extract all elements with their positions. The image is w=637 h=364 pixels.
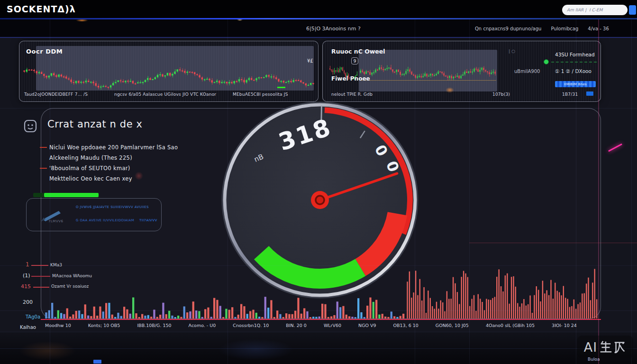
x-axis-label: Moodhw 10 [45, 323, 71, 328]
search-box[interactable] [562, 5, 628, 15]
header-divider [0, 18, 637, 19]
x-axis-label: GON60, 10 J05 [436, 323, 469, 328]
panel-mini-icons: | ○ [509, 49, 515, 54]
x-axis-label: Konts; 10 OB5 [88, 323, 120, 328]
green-marker [277, 87, 285, 88]
sub-panel: 7LMVV6 O JVWV6 JJIAIAVTE SUIIIEIVWVV AVU… [26, 198, 162, 231]
x-axis-label: NGO V9 [358, 323, 376, 328]
chart-baseline [41, 319, 601, 320]
blue-progress-bar[interactable]: IIMIBIM Bnes [555, 81, 596, 87]
footer-tiny-text: Buloa [588, 357, 600, 362]
stat-line: ① 1 ② / DXooo [555, 68, 592, 74]
legend-dash-icon [33, 287, 49, 288]
y-axis-tick: 200 [23, 299, 33, 305]
axis-corner-label: TAg0a [26, 314, 40, 319]
section-title: Crrat anzat n de x [47, 118, 142, 130]
nav-item[interactable]: 4/va - 36 [588, 26, 609, 31]
green-progress-track [33, 193, 99, 197]
chart-panel-left: Oocr DDM ¥£ Taud2oJOONDEIDBEFF 7... /S n… [19, 41, 318, 102]
axis-corner-label: Kaihao [20, 325, 36, 330]
status-dot-icon [544, 59, 549, 64]
chart-footer-label: ngcsv 6/a05 Aalascue UGilovs JIO VTC KOa… [114, 92, 216, 97]
list-item: Mekttelioc Oeo kec Caen xey [49, 173, 178, 184]
green-progress-fill [44, 193, 99, 197]
chart-footer-label: MEbuAE5C8l pesoolita JS [233, 92, 288, 97]
chart-footer-label: nelout TPIE R. Gdb [331, 92, 373, 97]
nav-item[interactable]: Pulomibcag [551, 26, 578, 31]
nav-menu-center[interactable]: 6|5|O 3Anooins nm ? [306, 26, 361, 32]
red-tick-icon [40, 168, 47, 169]
list-item: Niclui Woe ppdoaee 200 Pamlarvmer lSa Sa… [49, 142, 178, 153]
sub-link[interactable]: TII7AIVVV [139, 218, 157, 222]
x-axis-label: 4Oano0 sIL (G8ih 105 [486, 323, 535, 328]
x-axis-label: IBB.10B/G. 150 [137, 323, 171, 328]
right-candlestick-chart [360, 51, 496, 91]
progress-text: IIMIBIM Bnes [564, 82, 587, 86]
stat-sub: uBmilA900 [514, 69, 540, 74]
cjk-generated-glyphs-icon [599, 339, 627, 355]
bottom-bar-chart-right [407, 264, 598, 318]
x-axis-label: WLrV60 [324, 323, 341, 328]
sub-link-line[interactable]: G OAA AVEIVE IUVVILEIDOIAIAM [76, 218, 134, 222]
bottom-bar-chart-left [45, 296, 405, 318]
watermark: AI [577, 336, 633, 358]
app-logo: SOCKENTΔ)λ [7, 4, 76, 14]
legend-num: 415 [21, 283, 31, 290]
badge-9: 9 [351, 57, 358, 64]
legend-dash-icon [31, 276, 50, 277]
magenta-streak [608, 144, 622, 152]
chart-corner-mark: ¥£ [307, 58, 313, 64]
green-dashed-line [551, 62, 597, 63]
nav-item[interactable]: Qn cnpaxcns9 dupnuno/agu [475, 26, 541, 31]
chart-title-left: Oocr DDM [26, 48, 63, 55]
watermark-ai-text: AI [584, 340, 597, 355]
blue-chip-icon[interactable] [586, 91, 593, 96]
sub-label: 7LMVV6 [48, 219, 63, 223]
legend-label: KMa3 [50, 263, 62, 267]
bottom-strip [0, 332, 637, 364]
red-tick-icon [40, 147, 47, 148]
x-axis-label: Acomo. - U0 [189, 323, 216, 328]
chart-footer-label: 1B7/31 [562, 92, 578, 97]
x-axis-label: OB13, 6 10 [393, 323, 419, 328]
x-axis-label: 3IOI- 10 24 [552, 323, 577, 328]
nav-bar: 6|5|O 3Anooins nm ? Qn cnpaxcns9 dupnuno… [0, 19, 637, 38]
list-item: Alckeeling Maudu (Thes 225) [49, 153, 178, 163]
legend-num: (1) [23, 273, 30, 279]
dashboard-root: SOCKENTΔ)λ 6|5|O 3Anooins nm ? Qn cnpaxc… [0, 0, 637, 364]
price-label: Fiwel Pnoee [331, 75, 370, 82]
chart-footer-label: 107b(3) [492, 92, 510, 97]
taskbar-chip[interactable] [93, 360, 101, 364]
grid-vline [631, 0, 632, 364]
chart-panel-right: Ruuoc nC Oweel 9 Fiwel Pnoee | ○ 43SU Fo… [322, 41, 601, 102]
top-bar: SOCKENTΔ)λ [0, 0, 637, 18]
left-candlestick-chart [23, 46, 315, 91]
sub-link-line[interactable]: O JVWV6 JJIAIAVTE SUIIIEIVWVV AVUIIES [76, 205, 149, 209]
bullet-list: Niclui Woe ppdoaee 200 Pamlarvmer lSa Sa… [49, 142, 178, 184]
price-line [360, 80, 496, 81]
list-item: '8bouolma of SEUTO0 kmar) [49, 163, 178, 173]
legend-label: MAacnoa WAoomu [52, 273, 92, 278]
search-input[interactable] [567, 8, 623, 12]
chart-footer-label: Taud2oJOONDEIDBEFF 7... /S [24, 92, 88, 97]
x-axis-label: Cnossrbn1Q. 10 [233, 323, 269, 328]
x-axis-label: BIN. 20 0 [286, 323, 307, 328]
legend-num: 1 [26, 261, 29, 268]
legend-label: Ozamt Vr soaiuoz [51, 284, 89, 289]
stat-title: 43SU Formhead [555, 52, 595, 57]
legend-dash-icon [31, 265, 48, 266]
panel-icon [24, 119, 37, 133]
search-button[interactable] [629, 5, 636, 15]
chart-title-right: Ruuoc nC Oweel [331, 48, 385, 55]
speedometer-gauge: 318 nB 0 0 [215, 101, 425, 299]
x-axis-labels: Moodhw 10 Konts; 10 OB5 IBB.10B/G. 150 A… [45, 323, 577, 328]
